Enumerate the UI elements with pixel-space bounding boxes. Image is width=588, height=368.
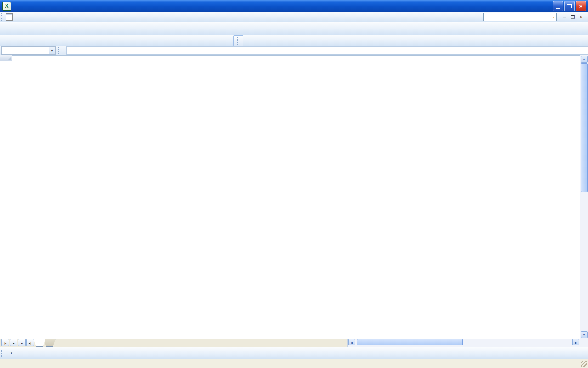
workbook-restore-icon[interactable]: ❐ bbox=[570, 15, 576, 20]
draw-menu-button[interactable]: ▼ bbox=[6, 349, 16, 358]
vertical-scrollbar[interactable]: ▲ ▼ bbox=[580, 55, 588, 339]
scrollbar-corner bbox=[580, 339, 588, 347]
workbook-minimize-icon[interactable]: ─ bbox=[561, 15, 568, 20]
toolbar-row-2 bbox=[0, 35, 588, 46]
sheet-cells[interactable] bbox=[12, 61, 580, 339]
row-headers bbox=[0, 61, 12, 339]
menubar: ▼ ─ ❐ × bbox=[0, 12, 588, 23]
formula-input[interactable] bbox=[66, 46, 588, 55]
excel-window: X × ▼ ─ ❐ × ▼ bbox=[0, 0, 588, 368]
toolbar-grip bbox=[237, 37, 239, 45]
next-sheet-icon[interactable]: ▸ bbox=[18, 339, 26, 346]
close-button[interactable]: × bbox=[576, 1, 586, 12]
minimize-button[interactable] bbox=[553, 1, 563, 12]
forms-toolbar bbox=[233, 35, 243, 46]
last-sheet-icon[interactable]: ▸| bbox=[26, 339, 34, 346]
formula-bar-grip bbox=[58, 47, 61, 54]
horizontal-scroll-thumb[interactable] bbox=[357, 339, 463, 345]
horizontal-scrollbar[interactable]: ◀ ▶ bbox=[347, 339, 580, 347]
scroll-down-icon[interactable]: ▼ bbox=[581, 331, 588, 338]
toolbar-grip bbox=[1, 350, 4, 357]
name-box[interactable] bbox=[1, 46, 49, 55]
vertical-scroll-thumb[interactable] bbox=[581, 63, 588, 192]
first-sheet-icon[interactable]: |◂ bbox=[1, 339, 9, 346]
workbook-close-icon[interactable]: × bbox=[578, 15, 584, 20]
restore-button[interactable] bbox=[564, 1, 575, 12]
chevron-down-icon: ▼ bbox=[552, 16, 555, 19]
resize-grip[interactable] bbox=[581, 361, 587, 367]
select-all-corner[interactable] bbox=[0, 55, 12, 61]
scroll-up-icon[interactable]: ▲ bbox=[581, 56, 588, 63]
scroll-left-icon[interactable]: ◀ bbox=[348, 339, 355, 345]
drawing-toolbar: ▼ bbox=[0, 347, 588, 359]
titlebar: X × bbox=[0, 0, 588, 12]
previous-sheet-icon[interactable]: ◂ bbox=[10, 339, 17, 346]
worksheet-menu-icon bbox=[6, 13, 13, 21]
sheet-tab-bar: |◂ ◂ ▸ ▸| ◀ ▶ bbox=[0, 339, 588, 347]
tab-bill-payment-and-holidays[interactable] bbox=[44, 339, 56, 347]
formula-bar: ▼ bbox=[0, 46, 588, 56]
toolbar-grip bbox=[1, 13, 4, 21]
column-headers bbox=[12, 55, 580, 61]
standard-formatting-toolbar bbox=[0, 22, 588, 35]
status-bar bbox=[0, 359, 588, 368]
excel-app-icon: X bbox=[2, 2, 11, 11]
name-box-dropdown-icon[interactable]: ▼ bbox=[49, 46, 56, 55]
scroll-right-icon[interactable]: ▶ bbox=[572, 339, 579, 345]
question-box[interactable]: ▼ bbox=[483, 13, 557, 21]
